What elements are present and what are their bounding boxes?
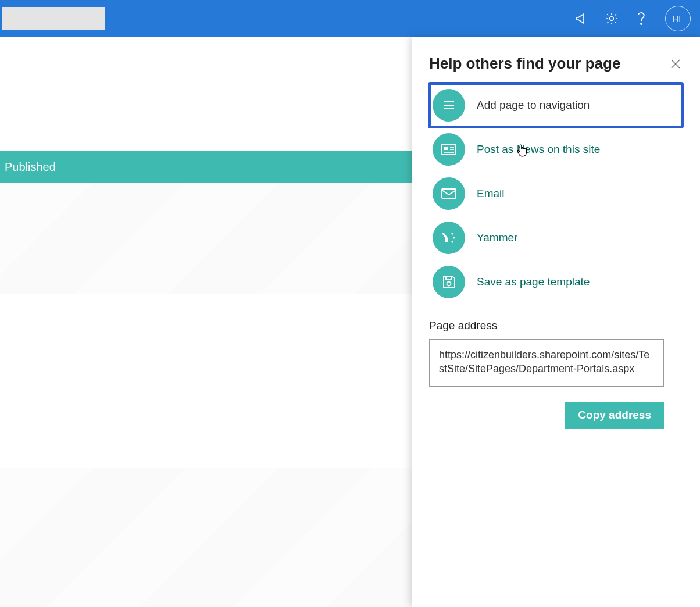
avatar-initials: HL <box>672 14 683 24</box>
help-panel: Help others find your page Add page to n… <box>412 37 700 607</box>
header-right: HL <box>574 6 691 31</box>
svg-point-13 <box>451 233 453 234</box>
option-yammer[interactable]: Yammer <box>429 216 683 260</box>
page-address-label: Page address <box>429 319 683 332</box>
svg-point-14 <box>453 237 455 238</box>
option-label: Add page to navigation <box>477 99 590 112</box>
option-label: Post as News on this site <box>477 143 600 156</box>
svg-rect-16 <box>446 276 451 280</box>
megaphone-icon[interactable] <box>574 12 588 26</box>
save-icon <box>433 266 465 298</box>
close-icon[interactable] <box>669 57 683 71</box>
main: Published Help others find your page <box>0 37 700 607</box>
copy-address-button[interactable]: Copy address <box>565 402 664 429</box>
header-left <box>0 0 105 37</box>
option-save-as-template[interactable]: Save as page template <box>429 260 683 304</box>
option-post-as-news[interactable]: Post as News on this site <box>429 127 683 172</box>
page-area: Published <box>0 37 412 607</box>
help-icon[interactable] <box>635 12 649 26</box>
svg-point-15 <box>451 241 453 242</box>
status-banner: Published <box>0 151 412 183</box>
panel-title: Help others find your page <box>429 55 620 73</box>
page-background-lower <box>0 468 412 607</box>
gear-icon[interactable] <box>605 12 619 26</box>
page-background-upper <box>0 183 412 294</box>
app-header: HL <box>0 0 700 37</box>
option-label: Save as page template <box>477 276 590 288</box>
yammer-icon <box>433 222 465 254</box>
news-icon <box>433 133 465 166</box>
svg-rect-12 <box>442 189 456 198</box>
panel-header: Help others find your page <box>429 55 683 73</box>
status-banner-text: Published <box>5 160 56 174</box>
option-add-to-navigation[interactable]: Add page to navigation <box>429 83 683 127</box>
mail-icon <box>433 177 465 210</box>
option-label: Email <box>477 187 505 200</box>
svg-point-17 <box>447 282 451 286</box>
svg-rect-8 <box>444 147 448 150</box>
avatar[interactable]: HL <box>665 6 691 31</box>
page-address-field[interactable]: https://citizenbuilders.sharepoint.com/s… <box>429 339 664 387</box>
search-input[interactable] <box>2 7 105 30</box>
hamburger-icon <box>433 89 465 122</box>
option-label: Yammer <box>477 231 517 244</box>
option-email[interactable]: Email <box>429 172 683 216</box>
svg-point-1 <box>641 23 642 24</box>
svg-point-0 <box>610 17 613 20</box>
